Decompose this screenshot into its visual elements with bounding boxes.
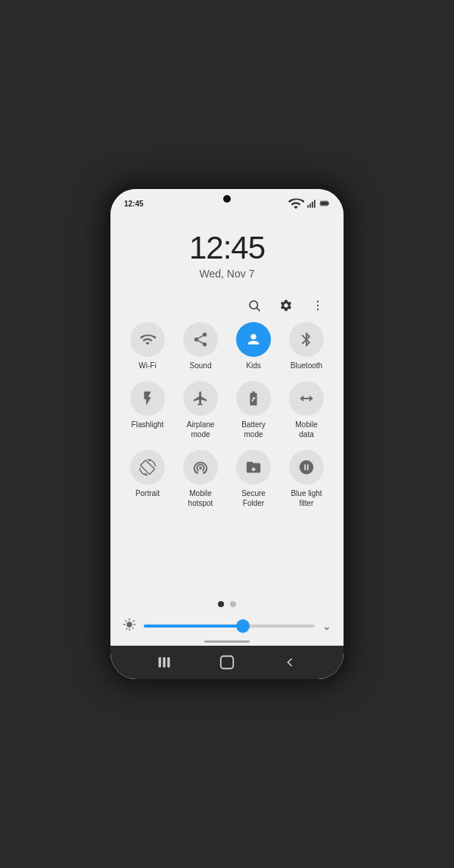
tile-blue-light-icon bbox=[289, 450, 324, 485]
tile-wifi-label: Wi-Fi bbox=[138, 361, 156, 370]
tile-bluetooth[interactable]: Bluetooth bbox=[282, 322, 331, 370]
tile-row-2: Flashlight Airplanemode bbox=[121, 381, 333, 439]
svg-point-10 bbox=[317, 305, 319, 306]
tile-mobile-data-label: Mobiledata bbox=[295, 420, 317, 439]
brightness-icon bbox=[123, 618, 136, 634]
dot-2[interactable] bbox=[230, 601, 236, 607]
status-time: 12:45 bbox=[124, 200, 144, 208]
more-button[interactable] bbox=[307, 295, 328, 316]
bottom-nav bbox=[110, 646, 344, 679]
date-label: Wed, Nov 7 bbox=[110, 268, 344, 280]
home-button[interactable] bbox=[213, 649, 241, 676]
tile-wifi-icon bbox=[130, 322, 165, 357]
svg-point-11 bbox=[317, 308, 319, 310]
big-clock: 12:45 bbox=[110, 230, 344, 266]
tile-mobile-data-icon bbox=[289, 381, 324, 416]
quick-tiles: Wi-Fi Sound bbox=[110, 322, 344, 597]
settings-button[interactable] bbox=[275, 295, 297, 316]
tile-kids[interactable]: Kids bbox=[229, 322, 278, 370]
tile-portrait-icon bbox=[130, 450, 165, 485]
tile-portrait-label: Portrait bbox=[135, 488, 160, 498]
toolbar-row bbox=[110, 292, 344, 322]
svg-rect-3 bbox=[314, 200, 316, 208]
tile-mobile-data[interactable]: Mobiledata bbox=[282, 381, 331, 439]
phone-screen: 12:45 bbox=[110, 189, 344, 679]
phone-frame: 12:45 bbox=[106, 184, 348, 684]
brightness-fill bbox=[144, 625, 243, 628]
svg-point-12 bbox=[250, 334, 256, 339]
tile-bluetooth-icon bbox=[289, 322, 324, 357]
screen-content: 12:45 Wed, Nov 7 bbox=[110, 215, 344, 646]
tile-hotspot-label: Mobilehotspot bbox=[188, 488, 213, 508]
brightness-thumb bbox=[236, 619, 250, 633]
tile-airplane-label: Airplanemode bbox=[187, 420, 215, 439]
tile-sound-label: Sound bbox=[190, 361, 212, 370]
tile-blue-light-label: Blue lightfilter bbox=[291, 488, 322, 508]
svg-rect-0 bbox=[307, 205, 309, 208]
tile-secure-folder-icon bbox=[236, 450, 271, 485]
home-bar bbox=[110, 640, 344, 643]
tile-battery-mode[interactable]: Batterymode bbox=[229, 381, 278, 439]
tile-flashlight-label: Flashlight bbox=[132, 420, 164, 429]
brightness-expand-button[interactable]: ⌄ bbox=[322, 620, 331, 632]
tile-wifi[interactable]: Wi-Fi bbox=[123, 322, 172, 370]
tile-flashlight[interactable]: Flashlight bbox=[123, 381, 172, 439]
tile-portrait[interactable]: Portrait bbox=[123, 450, 172, 508]
tile-sound-icon bbox=[183, 322, 218, 357]
svg-rect-1 bbox=[309, 203, 311, 208]
svg-rect-16 bbox=[221, 656, 234, 669]
wifi-status-icon bbox=[288, 195, 304, 212]
camera-notch bbox=[223, 195, 231, 203]
tile-battery-mode-icon bbox=[236, 381, 271, 416]
clock-area: 12:45 Wed, Nov 7 bbox=[110, 215, 344, 292]
tile-battery-mode-label: Batterymode bbox=[241, 420, 266, 439]
tile-bluetooth-label: Bluetooth bbox=[291, 361, 322, 370]
tile-blue-light[interactable]: Blue lightfilter bbox=[282, 450, 331, 508]
svg-rect-5 bbox=[328, 203, 329, 204]
home-bar-line bbox=[204, 640, 250, 643]
tile-row-3: Portrait Mobilehotspot bbox=[121, 450, 333, 508]
brightness-slider[interactable] bbox=[144, 625, 315, 628]
svg-point-7 bbox=[250, 301, 258, 309]
tile-sound[interactable]: Sound bbox=[176, 322, 225, 370]
recents-button[interactable] bbox=[151, 649, 178, 676]
svg-point-9 bbox=[317, 301, 319, 302]
brightness-row: ⌄ bbox=[110, 615, 344, 639]
tile-hotspot[interactable]: Mobilehotspot bbox=[176, 450, 225, 508]
page-dots bbox=[110, 601, 344, 607]
status-bar: 12:45 bbox=[110, 189, 344, 215]
svg-rect-2 bbox=[312, 202, 313, 208]
status-icons bbox=[288, 195, 330, 212]
battery-icon bbox=[319, 198, 330, 209]
signal-icon bbox=[306, 198, 317, 209]
tile-airplane[interactable]: Airplanemode bbox=[176, 381, 225, 439]
svg-line-8 bbox=[257, 308, 260, 311]
back-button[interactable] bbox=[276, 649, 303, 676]
tile-secure-folder[interactable]: SecureFolder bbox=[229, 450, 278, 508]
tile-hotspot-icon bbox=[183, 450, 218, 485]
dot-1[interactable] bbox=[218, 601, 224, 607]
tile-secure-folder-label: SecureFolder bbox=[241, 488, 266, 508]
svg-rect-14 bbox=[163, 657, 166, 667]
tile-row-1: Wi-Fi Sound bbox=[121, 322, 333, 370]
svg-rect-6 bbox=[321, 202, 328, 206]
tile-kids-icon bbox=[236, 322, 271, 357]
svg-rect-15 bbox=[167, 657, 169, 667]
search-button[interactable] bbox=[244, 295, 265, 316]
tile-flashlight-icon bbox=[130, 381, 165, 416]
svg-rect-13 bbox=[159, 657, 161, 667]
tile-kids-label: Kids bbox=[246, 361, 260, 370]
tile-airplane-icon bbox=[183, 381, 218, 416]
